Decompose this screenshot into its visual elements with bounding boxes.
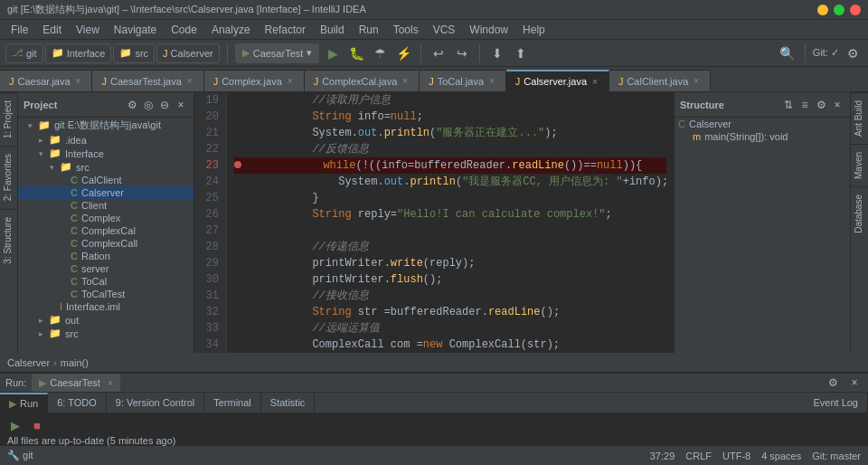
calserver-button[interactable]: J Calserver — [156, 43, 220, 63]
vtab-favorites[interactable]: 2: Favorites — [0, 146, 17, 208]
code-area[interactable]: //读取用户信息 String info=null; System.out.pr… — [227, 92, 674, 353]
tree-tocal[interactable]: C ToCal — [18, 275, 193, 288]
close-button[interactable] — [850, 5, 861, 15]
structure-method[interactable]: m main(String[]): void — [675, 130, 850, 143]
vcs-push-button[interactable]: ⬆ — [511, 43, 531, 63]
vcs-update-button[interactable]: ⬇ — [487, 43, 507, 63]
run-settings-btn[interactable]: ⚙ — [825, 375, 841, 391]
bottom-tab-eventlog[interactable]: Event Log — [804, 393, 868, 413]
structure-sort-type[interactable]: ≡ — [797, 98, 812, 112]
bottom-tab-statistic[interactable]: Statistic — [261, 393, 316, 413]
tab-complex[interactable]: J Complex.java × — [204, 70, 305, 91]
debug-button[interactable]: 🐛 — [346, 43, 366, 63]
tree-iml[interactable]: I Interface.iml — [18, 300, 193, 313]
tree-root[interactable]: ▾ 📁 git E:\数据结构与java\git — [18, 118, 193, 133]
tab-caesar[interactable]: J Caesar.java × — [0, 70, 92, 91]
menu-help[interactable]: Help — [515, 22, 552, 38]
bottom-tab-todo[interactable]: 6: TODO — [48, 393, 107, 413]
maximize-button[interactable] — [834, 5, 844, 15]
run-tab[interactable]: ▶ CaesarTest × — [32, 374, 119, 392]
menu-analyze[interactable]: Analyze — [204, 22, 258, 38]
menu-edit[interactable]: Edit — [35, 22, 69, 38]
tab-complex-close[interactable]: × — [286, 76, 295, 86]
vtab-structure-left[interactable]: 3: Structure — [0, 209, 17, 271]
tab-complexcal-close[interactable]: × — [401, 76, 410, 86]
run-run-btn[interactable]: ▶ — [7, 417, 24, 433]
vtab-database[interactable]: Database — [851, 186, 868, 241]
menu-tools[interactable]: Tools — [386, 22, 426, 38]
tree-src[interactable]: ▾ 📁 src — [18, 160, 193, 174]
bottom-tab-run[interactable]: ▶ Run — [0, 393, 48, 413]
tree-server[interactable]: C server — [18, 262, 193, 275]
undo-button[interactable]: ↩ — [429, 43, 448, 63]
tree-client[interactable]: C Client — [18, 199, 193, 212]
cursor-position[interactable]: 37:29 — [650, 451, 675, 461]
tree-idea[interactable]: ▸ 📁 .idea — [18, 133, 193, 147]
window-controls[interactable] — [817, 5, 861, 15]
settings-button[interactable]: ⚙ — [843, 43, 863, 63]
tab-caesar-close[interactable]: × — [74, 76, 83, 86]
code-editor[interactable]: 19 20 21 22 23 24 25 26 27 28 29 30 31 3… — [194, 92, 674, 353]
search-everywhere-button[interactable]: 🔍 — [778, 43, 797, 63]
tree-calserver[interactable]: C Calserver — [18, 186, 193, 199]
interface-button[interactable]: 📁 Interface — [45, 43, 112, 63]
tree-calclient[interactable]: C CalClient — [18, 174, 193, 186]
run-close-btn[interactable]: × — [846, 375, 863, 391]
tree-interface[interactable]: ▾ 📁 Interface — [18, 147, 193, 160]
tab-tocal-close[interactable]: × — [487, 76, 496, 86]
tree-out[interactable]: ▸ 📁 out — [18, 313, 193, 327]
tree-complexcal[interactable]: C ComplexCal — [18, 224, 193, 237]
project-close-btn[interactable]: × — [174, 98, 188, 112]
tab-caesartest-close[interactable]: × — [185, 76, 194, 86]
run-config-dropdown[interactable]: ▶ CaesarTest ▾ — [235, 43, 320, 63]
encoding[interactable]: UTF-8 — [722, 451, 750, 461]
bottom-tab-vcs[interactable]: 9: Version Control — [107, 393, 204, 413]
vtab-ant-build[interactable]: Ant Build — [851, 92, 868, 144]
breadcrumb-calserver[interactable]: Calserver — [7, 357, 50, 368]
git-branch[interactable]: Git: master — [812, 451, 861, 461]
indent-info[interactable]: 4 spaces — [761, 451, 801, 461]
tree-src2[interactable]: ▸ 📁 src — [18, 327, 193, 340]
menu-navigate[interactable]: Navigate — [107, 22, 164, 38]
tree-ration[interactable]: C Ration — [18, 250, 193, 262]
tab-complexcal[interactable]: J ComplexCal.java × — [305, 70, 420, 91]
vtab-project[interactable]: 1: Project — [0, 92, 17, 146]
tab-calserver[interactable]: J Calserver.java × — [506, 70, 609, 91]
tab-calserver-close[interactable]: × — [590, 77, 599, 87]
bottom-tab-terminal[interactable]: Terminal — [204, 393, 261, 413]
menu-file[interactable]: File — [4, 22, 35, 38]
menu-vcs[interactable]: VCS — [426, 22, 463, 38]
run-button[interactable]: ▶ — [323, 43, 343, 63]
menu-code[interactable]: Code — [164, 22, 204, 38]
run-stop-btn[interactable]: ■ — [29, 417, 45, 433]
tab-caesartest[interactable]: J CaesarTest.java × — [92, 70, 203, 91]
menu-run[interactable]: Run — [352, 22, 386, 38]
project-settings-btn[interactable]: ⚙ — [125, 98, 139, 112]
git-button[interactable]: ⎇ git — [5, 43, 43, 63]
tree-complexcall[interactable]: C ComplexCall — [18, 237, 193, 250]
structure-close[interactable]: × — [830, 98, 844, 112]
run-tab-close[interactable]: × — [108, 378, 113, 388]
structure-sort-alpha[interactable]: ⇅ — [781, 98, 796, 112]
project-collapse-all[interactable]: ⊖ — [157, 98, 172, 112]
minimize-button[interactable] — [817, 5, 828, 15]
tab-calclient-close[interactable]: × — [692, 76, 701, 86]
structure-class[interactable]: C Calserver — [675, 118, 850, 130]
profile-button[interactable]: ⚡ — [393, 43, 413, 63]
redo-button[interactable]: ↪ — [452, 43, 472, 63]
tab-calclient[interactable]: J CalClient.java × — [609, 70, 711, 91]
menu-view[interactable]: View — [69, 22, 107, 38]
project-scroll-from-src[interactable]: ◎ — [141, 98, 156, 112]
src-button[interactable]: 📁 src — [113, 43, 155, 63]
menu-build[interactable]: Build — [313, 22, 352, 38]
menu-refactor[interactable]: Refactor — [258, 22, 313, 38]
coverage-button[interactable]: ☂ — [370, 43, 390, 63]
git-status-bar[interactable]: 🔧 git — [7, 450, 33, 461]
breadcrumb-main[interactable]: main() — [61, 357, 89, 368]
tree-complex[interactable]: C Complex — [18, 212, 193, 224]
structure-expand[interactable]: ⚙ — [814, 98, 828, 112]
menu-window[interactable]: Window — [462, 22, 515, 38]
line-ending[interactable]: CRLF — [685, 451, 712, 461]
vtab-maven[interactable]: Maven — [851, 144, 868, 186]
tab-tocal[interactable]: J ToCal.java × — [420, 70, 506, 91]
